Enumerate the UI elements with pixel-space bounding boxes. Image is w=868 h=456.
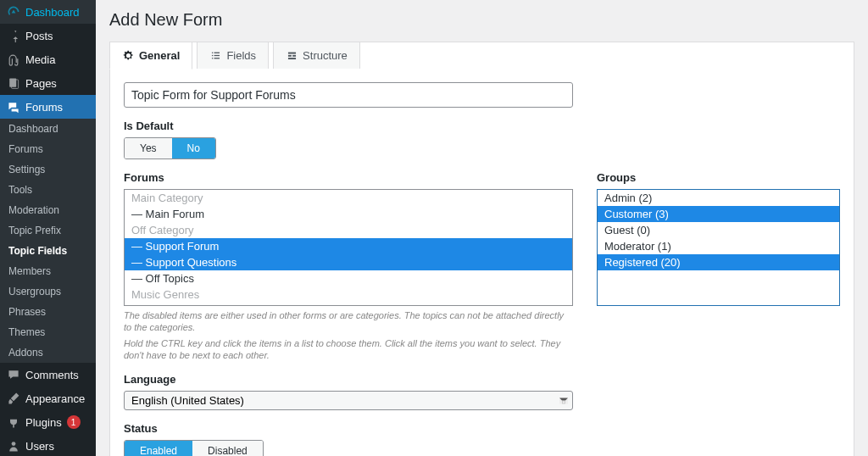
forums-option[interactable]: — Main Forum <box>125 206 572 222</box>
sidebar-sub-label: Settings <box>8 164 45 175</box>
sidebar-sub-addons[interactable]: Addons <box>0 342 96 363</box>
groups-option[interactable]: Guest (0) <box>598 222 839 238</box>
status-toggle: Enabled Disabled <box>124 440 264 456</box>
sidebar-item-media[interactable]: Media <box>0 47 96 71</box>
svg-rect-8 <box>214 53 219 53</box>
form-panel: GeneralFieldsStructure Is Default Yes No… <box>109 42 854 456</box>
forums-option: Music Genres <box>125 286 572 303</box>
sidebar-item-dashboard[interactable]: Dashboard <box>0 0 96 24</box>
sidebar-item-posts[interactable]: Posts <box>0 24 96 47</box>
forums-option[interactable]: — Support Forum <box>125 238 572 254</box>
brush-icon <box>7 392 20 405</box>
forums-option: Main Category <box>125 190 572 206</box>
form-title-input[interactable] <box>124 82 573 108</box>
sidebar-item-label: Comments <box>25 369 79 381</box>
sidebar-item-users[interactable]: Users <box>0 434 96 456</box>
page-title: Add New Form <box>109 10 854 30</box>
sidebar-sub-tools[interactable]: Tools <box>0 180 96 200</box>
sidebar-sub-members[interactable]: Members <box>0 261 96 281</box>
is-default-label: Is Default <box>124 120 840 132</box>
language-select[interactable]: English (United States) <box>124 391 573 410</box>
svg-rect-9 <box>212 55 213 56</box>
chat-icon <box>7 100 20 114</box>
sidebar-sub-topic-fields[interactable]: Topic Fields <box>0 241 96 261</box>
status-label: Status <box>124 422 840 435</box>
tab-structure[interactable]: Structure <box>273 42 360 69</box>
admin-sidebar: DashboardPostsMediaPagesForumsDashboardF… <box>0 0 96 456</box>
sidebar-item-label: Posts <box>25 30 53 42</box>
tab-label: Structure <box>303 49 348 62</box>
media-icon <box>7 53 20 66</box>
svg-rect-16 <box>288 58 296 59</box>
sidebar-item-label: Plugins <box>25 416 62 429</box>
sidebar-item-comments[interactable]: Comments <box>0 363 96 386</box>
svg-rect-11 <box>212 58 213 58</box>
list-icon <box>209 50 221 62</box>
pin-icon <box>7 29 20 42</box>
forums-option[interactable]: — Support Questions <box>125 254 572 270</box>
svg-rect-15 <box>292 55 296 57</box>
gear-icon <box>122 50 134 62</box>
sidebar-item-label: Forums <box>25 101 63 114</box>
groups-label: Groups <box>597 171 840 184</box>
sidebar-sub-label: Dashboard <box>8 123 58 135</box>
sidebar-sub-topic-prefix[interactable]: Topic Prefix <box>0 220 96 241</box>
forums-option[interactable]: — Popular music <box>125 303 572 306</box>
comment-icon <box>7 368 20 381</box>
sidebar-item-label: Dashboard <box>25 6 80 19</box>
sidebar-item-label: Media <box>25 53 55 66</box>
struct-icon <box>286 50 298 62</box>
plug-icon <box>7 415 20 429</box>
sidebar-sub-phrases[interactable]: Phrases <box>0 302 96 322</box>
svg-rect-12 <box>214 58 219 58</box>
forums-help-1: The disabled items are either used in ot… <box>124 309 573 334</box>
sidebar-item-pages[interactable]: Pages <box>0 71 96 95</box>
sidebar-sub-themes[interactable]: Themes <box>0 322 96 342</box>
forums-listbox[interactable]: Main Category— Main ForumOff Category— S… <box>124 189 573 306</box>
forums-label: Forums <box>124 171 573 184</box>
groups-option[interactable]: Moderator (1) <box>598 238 839 254</box>
forums-help-2: Hold the CTRL key and click the items in… <box>124 337 573 362</box>
sidebar-sub-dashboard[interactable]: Dashboard <box>0 119 96 139</box>
sidebar-item-forums[interactable]: Forums <box>0 95 96 119</box>
language-label: Language <box>124 373 840 386</box>
sidebar-item-appearance[interactable]: Appearance <box>0 386 96 410</box>
tab-label: General <box>139 49 180 62</box>
pages-icon <box>7 76 20 90</box>
groups-option[interactable]: Customer (3) <box>598 206 839 222</box>
forums-option: Off Category <box>125 222 572 238</box>
groups-option[interactable]: Admin (2) <box>598 190 839 206</box>
sidebar-sub-usergroups[interactable]: Usergroups <box>0 281 96 302</box>
sidebar-sub-label: Moderation <box>8 204 59 216</box>
status-enabled[interactable]: Enabled <box>125 441 192 456</box>
groups-listbox[interactable]: Admin (2)Customer (3)Guest (0)Moderator … <box>597 189 840 306</box>
tab-general[interactable]: General <box>109 42 192 70</box>
sidebar-sub-label: Addons <box>8 347 43 359</box>
svg-rect-10 <box>214 55 219 56</box>
sidebar-sub-moderation[interactable]: Moderation <box>0 200 96 220</box>
is-default-no[interactable]: No <box>172 138 215 158</box>
sidebar-sub-label: Phrases <box>8 306 46 318</box>
svg-rect-14 <box>288 55 292 57</box>
sidebar-item-label: Appearance <box>25 392 85 405</box>
svg-point-2 <box>12 442 16 446</box>
sidebar-sub-forums[interactable]: Forums <box>0 139 96 159</box>
sidebar-submenu: DashboardForumsSettingsToolsModerationTo… <box>0 119 96 363</box>
main-content: Add New Form GeneralFieldsStructure Is D… <box>96 0 868 456</box>
sidebar-sub-label: Forums <box>8 143 43 155</box>
sidebar-sub-label: Topic Fields <box>8 245 67 257</box>
sidebar-item-plugins[interactable]: Plugins1 <box>0 410 96 434</box>
sidebar-sub-label: Members <box>8 265 51 277</box>
sidebar-sub-label: Usergroups <box>8 286 61 298</box>
forums-option[interactable]: — Off Topics <box>125 270 572 286</box>
is-default-yes[interactable]: Yes <box>125 138 172 158</box>
update-badge: 1 <box>67 415 81 429</box>
speed-icon <box>7 5 20 19</box>
sidebar-sub-label: Tools <box>8 184 32 196</box>
status-disabled[interactable]: Disabled <box>192 441 263 456</box>
tab-fields[interactable]: Fields <box>197 42 269 69</box>
svg-rect-7 <box>212 53 213 53</box>
sidebar-sub-settings[interactable]: Settings <box>0 159 96 180</box>
user-icon <box>7 439 20 453</box>
groups-option[interactable]: Registered (20) <box>598 254 839 270</box>
